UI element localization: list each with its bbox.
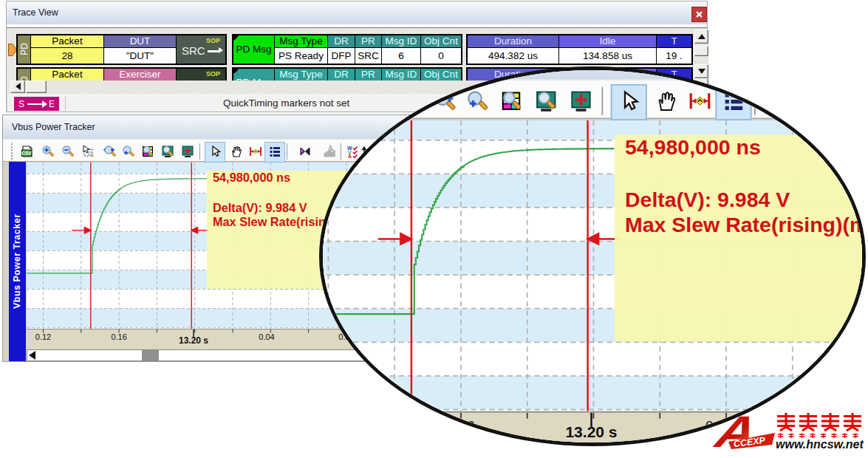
svg-text:CSV: CSV [21,151,32,156]
svg-text:www.hncsw.net: www.hncsw.net [776,438,864,451]
svg-text:V: V [861,98,866,109]
svg-text:A: A [861,105,866,113]
svg-text:W: W [861,90,867,100]
svg-text:A: A [348,154,352,158]
